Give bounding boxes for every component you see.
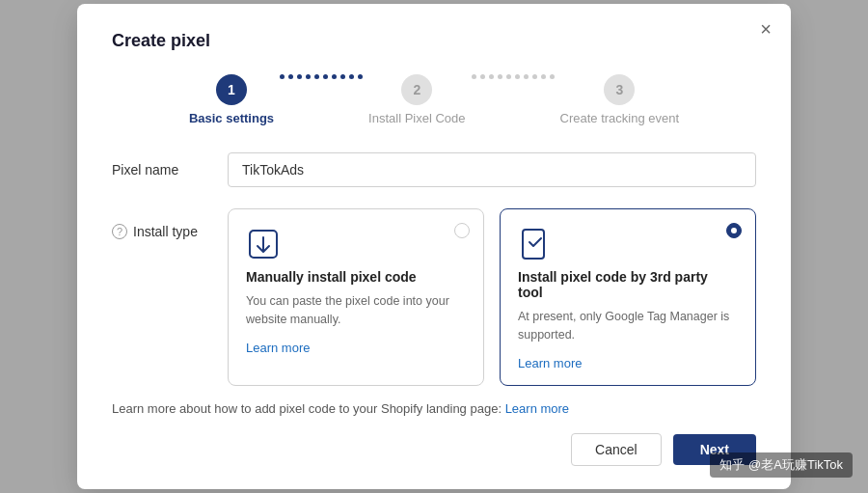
dot [541, 74, 546, 79]
bottom-note: Learn more about how to add pixel code t… [112, 401, 756, 416]
dot [515, 74, 520, 79]
stepper: 1 Basic settings 2 Install Pixel Code [112, 74, 756, 125]
dot [306, 74, 311, 79]
cancel-button[interactable]: Cancel [571, 433, 662, 466]
card-third-party-title: Install pixel code by 3rd party tool [518, 269, 738, 300]
modal-title: Create pixel [112, 31, 756, 51]
dot [532, 74, 537, 79]
dot [297, 74, 302, 79]
card-manual[interactable]: Manually install pixel code You can past… [228, 208, 484, 386]
step-1-circle: 1 [216, 74, 247, 105]
dot [280, 74, 285, 79]
dot [323, 74, 328, 79]
step-2-label: Install Pixel Code [368, 111, 465, 125]
step-3-label: Create tracking event [560, 111, 680, 125]
step-3-circle: 3 [604, 74, 635, 105]
bottom-note-link[interactable]: Learn more [505, 401, 569, 416]
manual-icon [246, 227, 281, 261]
dot [506, 74, 511, 79]
step-1: 1 Basic settings [189, 74, 274, 125]
modal: Create pixel × 1 Basic settings [77, 4, 791, 489]
card-manual-learn-more[interactable]: Learn more [246, 341, 310, 355]
card-third-party-learn-more[interactable]: Learn more [518, 356, 582, 370]
svg-rect-1 [523, 230, 544, 259]
dot [524, 74, 529, 79]
dot [498, 74, 502, 79]
card-third-party[interactable]: Install pixel code by 3rd party tool At … [500, 208, 756, 386]
card-third-party-radio[interactable] [726, 223, 742, 238]
card-manual-desc: You can paste the pixel code into your w… [246, 292, 466, 329]
card-third-party-desc: At present, only Google Tag Manager is s… [518, 308, 738, 344]
dot [288, 74, 293, 79]
card-manual-radio[interactable] [454, 223, 470, 238]
pixel-name-input[interactable] [228, 152, 756, 187]
step-dots-1 [278, 74, 365, 100]
modal-overlay: Create pixel × 1 Basic settings [0, 0, 868, 493]
pixel-name-label: Pixel name [112, 162, 228, 178]
help-icon: ? [112, 224, 127, 239]
third-party-icon [518, 227, 553, 261]
dot [489, 74, 494, 79]
install-type-cards: Manually install pixel code You can past… [228, 208, 756, 386]
card-manual-title: Manually install pixel code [246, 269, 466, 285]
dot [480, 74, 485, 79]
modal-footer: Cancel Next [112, 433, 756, 466]
install-type-row: ? Install type Manually install pixel co… [112, 208, 756, 386]
step-2: 2 Install Pixel Code [368, 74, 465, 125]
close-button[interactable]: × [760, 19, 772, 39]
dot [314, 74, 319, 79]
install-type-label-wrap: ? Install type [112, 208, 228, 239]
watermark: 知乎 @老A玩赚TikTok [710, 452, 853, 478]
dot [349, 74, 354, 79]
dot [340, 74, 345, 79]
dot [332, 74, 337, 79]
pixel-name-row: Pixel name [112, 152, 756, 187]
step-dots-2 [470, 74, 556, 100]
dot [550, 74, 555, 79]
step-1-label: Basic settings [189, 111, 274, 125]
step-2-circle: 2 [401, 74, 432, 105]
step-3: 3 Create tracking event [560, 74, 680, 125]
dot [358, 74, 363, 79]
dot [472, 74, 476, 79]
install-type-label: Install type [133, 224, 198, 239]
